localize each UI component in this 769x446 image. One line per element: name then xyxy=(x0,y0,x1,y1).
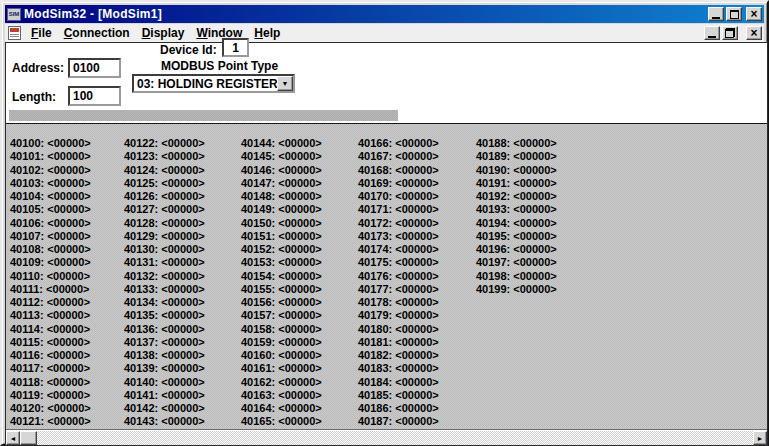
register-cell[interactable]: 40196: <00000> xyxy=(476,243,588,256)
menu-item-connection[interactable]: Connection xyxy=(58,25,136,42)
register-cell[interactable]: 40153: <00000> xyxy=(241,256,353,269)
register-cell[interactable]: 40192: <00000> xyxy=(476,190,588,203)
register-cell[interactable]: 40117: <00000> xyxy=(10,362,122,375)
register-cell[interactable]: 40163: <00000> xyxy=(241,389,353,402)
register-cell[interactable]: 40120: <00000> xyxy=(10,402,122,415)
register-cell[interactable]: 40149: <00000> xyxy=(241,203,353,216)
register-cell[interactable]: 40187: <00000> xyxy=(358,415,470,428)
register-cell[interactable]: 40104: <00000> xyxy=(10,190,122,203)
register-cell[interactable]: 40106: <00000> xyxy=(10,217,122,230)
register-cell[interactable]: 40181: <00000> xyxy=(358,336,470,349)
register-cell[interactable]: 40100: <00000> xyxy=(10,137,122,150)
register-cell[interactable]: 40148: <00000> xyxy=(241,190,353,203)
register-cell[interactable]: 40183: <00000> xyxy=(358,362,470,375)
register-cell[interactable]: 40118: <00000> xyxy=(10,376,122,389)
h-scrollbar[interactable]: ◄ ► xyxy=(6,431,767,445)
register-cell[interactable]: 40199: <00000> xyxy=(476,283,588,296)
register-cell[interactable]: 40177: <00000> xyxy=(358,283,470,296)
register-cell[interactable]: 40141: <00000> xyxy=(124,389,236,402)
register-cell[interactable]: 40176: <00000> xyxy=(358,270,470,283)
register-cell[interactable]: 40124: <00000> xyxy=(124,164,236,177)
register-cell[interactable]: 40103: <00000> xyxy=(10,177,122,190)
mdi-minimize-button[interactable] xyxy=(704,26,720,40)
register-cell[interactable]: 40140: <00000> xyxy=(124,376,236,389)
register-cell[interactable]: 40137: <00000> xyxy=(124,336,236,349)
scroll-left-button[interactable]: ◄ xyxy=(6,431,20,445)
register-cell[interactable]: 40138: <00000> xyxy=(124,349,236,362)
register-cell[interactable]: 40111: <00000> xyxy=(10,283,122,296)
register-cell[interactable]: 40121: <00000> xyxy=(10,415,122,428)
register-cell[interactable]: 40184: <00000> xyxy=(358,376,470,389)
register-cell[interactable]: 40122: <00000> xyxy=(124,137,236,150)
register-cell[interactable]: 40173: <00000> xyxy=(358,230,470,243)
register-cell[interactable]: 40142: <00000> xyxy=(124,402,236,415)
register-cell[interactable]: 40188: <00000> xyxy=(476,137,588,150)
register-cell[interactable]: 40161: <00000> xyxy=(241,362,353,375)
register-cell[interactable]: 40102: <00000> xyxy=(10,164,122,177)
register-cell[interactable]: 40146: <00000> xyxy=(241,164,353,177)
register-cell[interactable]: 40108: <00000> xyxy=(10,243,122,256)
menu-item-display[interactable]: Display xyxy=(136,25,191,42)
register-cell[interactable]: 40123: <00000> xyxy=(124,150,236,163)
register-cell[interactable]: 40179: <00000> xyxy=(358,309,470,322)
close-button[interactable]: × xyxy=(746,7,762,21)
point-type-select[interactable]: 03: HOLDING REGISTER ▼ xyxy=(132,74,295,93)
register-cell[interactable]: 40160: <00000> xyxy=(241,349,353,362)
register-cell[interactable]: 40191: <00000> xyxy=(476,177,588,190)
register-cell[interactable]: 40113: <00000> xyxy=(10,309,122,322)
register-cell[interactable]: 40174: <00000> xyxy=(358,243,470,256)
register-cell[interactable]: 40144: <00000> xyxy=(241,137,353,150)
register-cell[interactable]: 40150: <00000> xyxy=(241,217,353,230)
register-cell[interactable]: 40165: <00000> xyxy=(241,415,353,428)
register-cell[interactable]: 40134: <00000> xyxy=(124,296,236,309)
register-cell[interactable]: 40101: <00000> xyxy=(10,150,122,163)
scroll-right-button[interactable]: ► xyxy=(753,431,767,445)
length-input[interactable] xyxy=(68,86,121,106)
register-cell[interactable]: 40130: <00000> xyxy=(124,243,236,256)
register-cell[interactable]: 40126: <00000> xyxy=(124,190,236,203)
register-cell[interactable]: 40159: <00000> xyxy=(241,336,353,349)
register-cell[interactable]: 40155: <00000> xyxy=(241,283,353,296)
register-cell[interactable]: 40107: <00000> xyxy=(10,230,122,243)
register-cell[interactable]: 40156: <00000> xyxy=(241,296,353,309)
register-cell[interactable]: 40145: <00000> xyxy=(241,150,353,163)
register-cell[interactable]: 40186: <00000> xyxy=(358,402,470,415)
register-cell[interactable]: 40114: <00000> xyxy=(10,323,122,336)
register-cell[interactable]: 40169: <00000> xyxy=(358,177,470,190)
register-cell[interactable]: 40133: <00000> xyxy=(124,283,236,296)
register-cell[interactable]: 40172: <00000> xyxy=(358,217,470,230)
register-cell[interactable]: 40109: <00000> xyxy=(10,256,122,269)
document-icon[interactable] xyxy=(8,26,21,40)
menu-item-file[interactable]: File xyxy=(25,25,58,42)
register-cell[interactable]: 40127: <00000> xyxy=(124,203,236,216)
register-cell[interactable]: 40175: <00000> xyxy=(358,256,470,269)
mdi-close-button[interactable]: × xyxy=(746,26,762,40)
register-cell[interactable]: 40157: <00000> xyxy=(241,309,353,322)
dropdown-button[interactable]: ▼ xyxy=(277,76,293,91)
register-cell[interactable]: 40190: <00000> xyxy=(476,164,588,177)
register-cell[interactable]: 40131: <00000> xyxy=(124,256,236,269)
mdi-restore-button[interactable] xyxy=(722,26,738,40)
scroll-track[interactable] xyxy=(37,431,753,445)
register-cell[interactable]: 40195: <00000> xyxy=(476,230,588,243)
register-cell[interactable]: 40171: <00000> xyxy=(358,203,470,216)
register-cell[interactable]: 40198: <00000> xyxy=(476,270,588,283)
register-cell[interactable]: 40105: <00000> xyxy=(10,203,122,216)
register-cell[interactable]: 40189: <00000> xyxy=(476,150,588,163)
register-cell[interactable]: 40178: <00000> xyxy=(358,296,470,309)
register-cell[interactable]: 40136: <00000> xyxy=(124,323,236,336)
register-cell[interactable]: 40166: <00000> xyxy=(358,137,470,150)
register-cell[interactable]: 40152: <00000> xyxy=(241,243,353,256)
register-cell[interactable]: 40180: <00000> xyxy=(358,323,470,336)
minimize-button[interactable] xyxy=(708,7,724,21)
register-cell[interactable]: 40194: <00000> xyxy=(476,217,588,230)
menu-item-help[interactable]: Help xyxy=(248,25,286,42)
register-cell[interactable]: 40162: <00000> xyxy=(241,376,353,389)
register-cell[interactable]: 40135: <00000> xyxy=(124,309,236,322)
titlebar[interactable]: SIM ModSim32 - [ModSim1] × xyxy=(5,5,764,23)
register-cell[interactable]: 40168: <00000> xyxy=(358,164,470,177)
register-cell[interactable]: 40129: <00000> xyxy=(124,230,236,243)
register-cell[interactable]: 40185: <00000> xyxy=(358,389,470,402)
register-cell[interactable]: 40197: <00000> xyxy=(476,256,588,269)
register-cell[interactable]: 40143: <00000> xyxy=(124,415,236,428)
